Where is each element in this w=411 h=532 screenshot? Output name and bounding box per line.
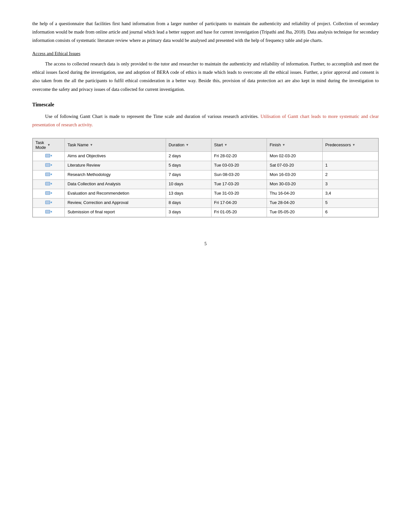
th-pred-arrow[interactable]: ▼ [352, 143, 355, 147]
task-name-cell: Submission of final report [65, 208, 166, 217]
start-cell: Sun 08-03-20 [211, 170, 267, 179]
table-row: Data Collection and Analysis 10 days Tue… [33, 179, 378, 189]
svg-rect-8 [45, 191, 50, 195]
task-name-cell: Evaluation and Recommendetion [65, 189, 166, 198]
duration-cell: 10 days [166, 179, 211, 189]
th-start-label: Start [214, 142, 223, 147]
page: the help of a questionnaire that facilit… [0, 0, 411, 532]
finish-cell: Mon 02-03-20 [267, 151, 322, 161]
svg-marker-5 [50, 173, 52, 175]
th-pred-label: Predecessors [325, 142, 351, 147]
duration-cell: 5 days [166, 161, 211, 170]
predecessors-cell: 3,4 [322, 189, 378, 198]
finish-cell: Sat 07-03-20 [267, 161, 322, 170]
th-duration[interactable]: Duration ▼ [166, 138, 211, 151]
svg-marker-7 [50, 183, 52, 185]
predecessors-cell: 5 [322, 198, 378, 208]
th-finish[interactable]: Finish ▼ [267, 138, 322, 151]
task-mode-cell [33, 198, 65, 208]
start-cell: Tue 31-03-20 [211, 189, 267, 198]
table-row: Aims and Objectives 2 days Fri 28-02-20 … [33, 151, 378, 161]
gantt-table: TaskMode ▼ Task Name ▼ Duration ▼ [33, 138, 378, 217]
predecessors-cell: 1 [322, 161, 378, 170]
svg-rect-10 [45, 201, 50, 204]
table-row: Literature Review 5 days Tue 03-03-20 Sa… [33, 161, 378, 170]
task-name-cell: Literature Review [65, 161, 166, 170]
duration-cell: 13 days [166, 189, 211, 198]
th-start[interactable]: Start ▼ [211, 138, 267, 151]
th-start-arrow[interactable]: ▼ [224, 143, 228, 147]
svg-marker-1 [50, 155, 52, 157]
th-task-name-label: Task Name [67, 142, 88, 147]
duration-cell: 8 days [166, 198, 211, 208]
start-cell: Fri 17-04-20 [211, 198, 267, 208]
access-paragraph: The access to collected research data is… [32, 60, 379, 93]
th-task-mode-label: TaskMode [35, 140, 46, 150]
task-name-cell: Research Methodology [65, 170, 166, 179]
timescale-normal-text: Use of following Gantt Chart is made to … [45, 114, 259, 119]
svg-rect-4 [45, 173, 50, 176]
duration-cell: 2 days [166, 151, 211, 161]
finish-cell: Tue 28-04-20 [267, 198, 322, 208]
predecessors-cell: 3 [322, 179, 378, 189]
svg-rect-6 [45, 182, 50, 185]
table-header-row: TaskMode ▼ Task Name ▼ Duration ▼ [33, 138, 378, 151]
predecessors-cell: 2 [322, 170, 378, 179]
svg-rect-2 [45, 163, 50, 167]
finish-cell: Tue 05-05-20 [267, 208, 322, 217]
svg-marker-3 [50, 164, 52, 166]
start-cell: Tue 03-03-20 [211, 161, 267, 170]
access-heading: Access and Ethical Issues [32, 51, 379, 56]
task-mode-cell [33, 189, 65, 198]
svg-marker-13 [50, 211, 52, 213]
timescale-heading: Timescale [32, 102, 379, 108]
task-name-cell: Aims and Objectives [65, 151, 166, 161]
task-mode-cell [33, 179, 65, 189]
th-task-mode[interactable]: TaskMode ▼ [33, 138, 65, 151]
th-task-name-arrow[interactable]: ▼ [90, 143, 93, 147]
table-row: Evaluation and Recommendetion 13 days Tu… [33, 189, 378, 198]
svg-rect-0 [45, 154, 50, 157]
finish-cell: Mon 30-03-20 [267, 179, 322, 189]
finish-cell: Mon 16-03-20 [267, 170, 322, 179]
th-duration-arrow[interactable]: ▼ [186, 143, 189, 147]
table-row: Submission of final report 3 days Fri 01… [33, 208, 378, 217]
svg-marker-11 [50, 201, 52, 203]
th-duration-label: Duration [169, 142, 184, 147]
table-row: Research Methodology 7 days Sun 08-03-20… [33, 170, 378, 179]
finish-cell: Thu 16-04-20 [267, 189, 322, 198]
th-task-name[interactable]: Task Name ▼ [65, 138, 166, 151]
timescale-paragraph: Use of following Gantt Chart is made to … [32, 112, 379, 129]
th-finish-arrow[interactable]: ▼ [282, 143, 285, 147]
task-mode-cell [33, 208, 65, 217]
predecessors-cell: 6 [322, 208, 378, 217]
start-cell: Tue 17-03-20 [211, 179, 267, 189]
gantt-table-wrapper: TaskMode ▼ Task Name ▼ Duration ▼ [32, 138, 379, 218]
duration-cell: 3 days [166, 208, 211, 217]
intro-paragraph: the help of a questionnaire that facilit… [32, 19, 379, 44]
th-task-mode-arrow[interactable]: ▼ [47, 143, 51, 147]
task-name-cell: Data Collection and Analysis [65, 179, 166, 189]
task-mode-cell [33, 151, 65, 161]
svg-marker-9 [50, 192, 52, 194]
svg-rect-12 [45, 210, 50, 213]
th-predecessors[interactable]: Predecessors ▼ [322, 138, 378, 151]
th-finish-label: Finish [269, 142, 281, 147]
task-mode-cell [33, 161, 65, 170]
task-mode-cell [33, 170, 65, 179]
task-name-cell: Review, Correction and Approval [65, 198, 166, 208]
table-row: Review, Correction and Approval 8 days F… [33, 198, 378, 208]
start-cell: Fri 01-05-20 [211, 208, 267, 217]
page-number: 5 [32, 241, 379, 247]
start-cell: Fri 28-02-20 [211, 151, 267, 161]
predecessors-cell [322, 151, 378, 161]
duration-cell: 7 days [166, 170, 211, 179]
